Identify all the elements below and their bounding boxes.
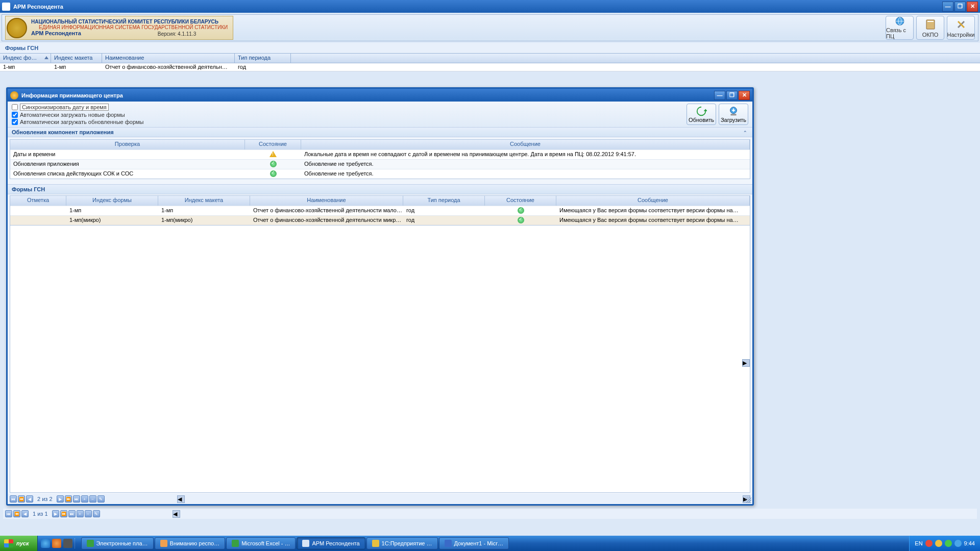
ql-icon[interactable] — [63, 539, 72, 548]
nav-first[interactable]: ⏮ — [5, 510, 12, 517]
okpo-button[interactable]: ОКПО — [916, 16, 944, 40]
modal-title-text: Информация принимающего центра — [21, 92, 123, 98]
col-state2[interactable]: Состояние — [485, 196, 556, 206]
resize-grip[interactable] — [745, 497, 751, 503]
word-icon — [445, 540, 452, 547]
modal-minimize[interactable]: — — [714, 91, 725, 100]
tray-icon[interactable] — [945, 540, 952, 547]
col-message[interactable]: Сообщение — [301, 140, 750, 149]
app-icon — [2, 3, 10, 11]
modal-titlebar[interactable]: Информация принимающего центра — ❐ ✕ — [8, 89, 752, 102]
col-check[interactable]: Проверка — [10, 140, 245, 149]
banner-line2: ЕДИНАЯ ИНФОРМАЦИОННАЯ СИСТЕМА ГОСУДАРСТВ… — [31, 24, 228, 30]
mnav-prev[interactable]: ◀ — [26, 495, 33, 503]
header-banner: НАЦИОНАЛЬНЫЙ СТАТИСТИЧЕСКИЙ КОМИТЕТ РЕСП… — [2, 14, 978, 41]
banner-line3: АРМ Респондента — [31, 30, 81, 37]
modal-toolbar: Синхронизировать дату и время Автоматиче… — [8, 102, 752, 127]
ql-separator — [75, 538, 78, 548]
hscroll-left[interactable]: ◀ — [173, 510, 180, 518]
main-grid-row[interactable]: 1-мп 1-мп Отчет о финансово-хозяйственно… — [0, 63, 980, 71]
updates-grid: Проверка Состояние Сообщение Даты и врем… — [10, 139, 750, 179]
main-title: АРМ Респондента — [13, 4, 63, 10]
1c-icon — [372, 540, 379, 547]
modal-close[interactable]: ✕ — [739, 91, 750, 100]
task-item[interactable]: Документ1 - Micr… — [439, 537, 509, 549]
mhscroll-left[interactable]: ◀ — [177, 495, 185, 503]
grid-empty-area: ▶ — [10, 226, 750, 493]
col-period[interactable]: Тип периода — [235, 54, 291, 63]
mnav-text: 2 из 2 — [37, 496, 53, 502]
minimize-button[interactable]: — — [942, 2, 953, 12]
mnav-del[interactable]: − — [89, 495, 96, 503]
updates-row[interactable]: Обновления списка действующих СОК и СОС … — [10, 169, 750, 179]
nav-prev[interactable]: ◀ — [21, 510, 29, 517]
ie-icon[interactable] — [41, 539, 50, 548]
col-name[interactable]: Наименование — [102, 54, 235, 63]
collapse-icon[interactable]: ⌃ — [743, 130, 747, 135]
col-index-form[interactable]: Индекс фо… — [0, 54, 51, 63]
nav-del[interactable]: − — [85, 510, 92, 517]
close-button[interactable]: ✕ — [967, 2, 978, 12]
col-index-layout[interactable]: Индекс макета — [51, 54, 102, 63]
section-forms: Формы ГСН — [8, 184, 752, 194]
forms-grid: Отметка Индекс формы Индекс макета Наиме… — [10, 195, 750, 226]
refresh-icon — [696, 106, 707, 117]
task-item[interactable]: Электронные пла… — [81, 537, 154, 549]
nav-nextpage[interactable]: ⏩ — [60, 510, 67, 517]
check-auto-new[interactable]: Автоматически загружать новые формы — [12, 112, 144, 118]
globe-icon — [894, 16, 906, 26]
tray-icon[interactable] — [954, 540, 962, 547]
mnav-add[interactable]: + — [81, 495, 88, 503]
sort-asc-icon — [44, 56, 48, 59]
nav-text: 1 из 1 — [33, 511, 48, 517]
firefox-icon[interactable] — [52, 539, 61, 548]
nav-edit[interactable]: ✎ — [93, 510, 100, 517]
mnav-next[interactable]: ▶ — [57, 495, 64, 503]
start-button[interactable]: пуск — [0, 536, 38, 551]
svg-rect-4 — [731, 114, 737, 116]
connect-button[interactable]: Связь с ПЦ — [886, 16, 914, 40]
task-item[interactable]: Microsoft Excel - … — [226, 537, 296, 549]
ok-icon — [270, 170, 277, 177]
maximize-button[interactable]: ❐ — [954, 2, 966, 12]
modal-navbar: ⏮ ⏪ ◀ 2 из 2 ▶ ⏩ ⏭ + − ✎ ◀ ▶ — [8, 494, 752, 504]
mnav-last[interactable]: ⏭ — [73, 495, 80, 503]
mnav-prevpage[interactable]: ⏪ — [18, 495, 25, 503]
col-mark[interactable]: Отметка — [10, 196, 66, 206]
nav-next[interactable]: ▶ — [52, 510, 59, 517]
col-period2[interactable]: Тип периода — [403, 196, 485, 206]
mnav-first[interactable]: ⏮ — [10, 495, 17, 503]
col-msg2[interactable]: Сообщение — [556, 196, 750, 206]
hscroll-right[interactable]: ▶ — [742, 359, 750, 367]
updates-row[interactable]: Обновления приложения Обновление не треб… — [10, 159, 750, 169]
check-auto-updated[interactable]: Автоматически загружать обновленные форм… — [12, 119, 144, 125]
forms-row[interactable]: 1-мп 1-мп Отчет о финансово-хозяйственно… — [10, 206, 750, 215]
tray-icon[interactable] — [935, 540, 942, 547]
col-state[interactable]: Состояние — [245, 140, 301, 149]
task-item[interactable]: 1С:Предприятие … — [366, 537, 438, 549]
modal-maximize[interactable]: ❐ — [726, 91, 738, 100]
mnav-nextpage[interactable]: ⏩ — [65, 495, 72, 503]
tray-icon[interactable] — [925, 540, 933, 547]
refresh-button[interactable]: Обновить — [687, 104, 716, 125]
col-layoutindex[interactable]: Индекс макета — [158, 196, 250, 206]
check-sync-datetime[interactable]: Синхронизировать дату и время — [12, 104, 144, 111]
nav-last[interactable]: ⏭ — [68, 510, 76, 517]
task-item[interactable]: Вниманию респо… — [155, 537, 226, 549]
emblem-icon — [7, 18, 27, 38]
clock[interactable]: 9:44 — [964, 540, 975, 546]
lang-indicator[interactable]: EN — [915, 540, 922, 546]
nav-prevpage[interactable]: ⏪ — [13, 510, 20, 517]
updates-row[interactable]: Даты и времени Локальные дата и время не… — [10, 149, 750, 159]
main-titlebar: АРМ Респондента — ❐ ✕ — [0, 0, 980, 13]
forms-row[interactable]: 1-мп(микро) 1-мп(микро) Отчет о финансов… — [10, 215, 750, 225]
nav-add[interactable]: + — [77, 510, 84, 517]
download-button[interactable]: Загрузить — [719, 104, 748, 125]
main-grid-header: Индекс фо… Индекс макета Наименование Ти… — [0, 53, 980, 63]
excel-icon — [232, 540, 239, 547]
task-item-active[interactable]: АРМ Респондента — [297, 537, 365, 549]
settings-button[interactable]: Настройки — [947, 16, 975, 40]
col-name2[interactable]: Наименование — [250, 196, 403, 206]
col-formindex[interactable]: Индекс формы — [66, 196, 158, 206]
mnav-edit[interactable]: ✎ — [97, 495, 105, 503]
